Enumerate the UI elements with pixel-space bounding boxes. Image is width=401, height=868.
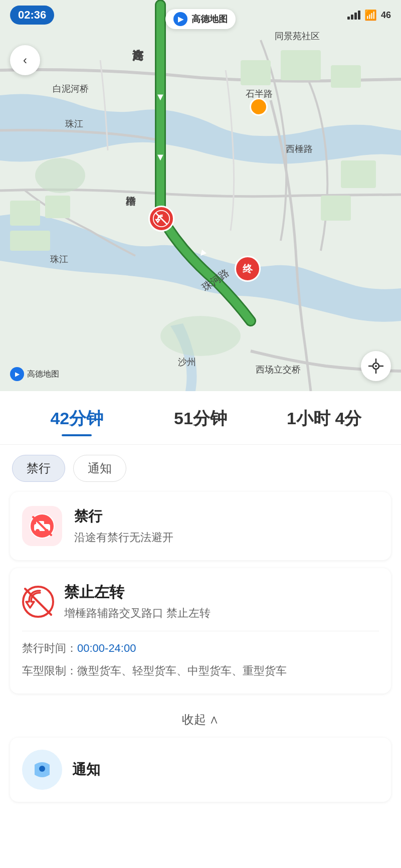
filter-tab-prohibition[interactable]: 禁行 bbox=[12, 455, 65, 482]
amap-watermark-text: 高德地图 bbox=[27, 369, 59, 380]
route-tabs: 42分钟 51分钟 1小时 4分 bbox=[0, 391, 401, 445]
svg-point-17 bbox=[375, 365, 377, 367]
map-label-xichang: 西场立交桥 bbox=[256, 364, 301, 376]
detail-time-row: 禁行时间：00:00-24:00 bbox=[22, 639, 379, 657]
svg-point-13 bbox=[160, 316, 241, 356]
svg-rect-4 bbox=[10, 201, 40, 226]
svg-rect-6 bbox=[10, 231, 50, 251]
map-logo: ▶ 高德地图 bbox=[165, 9, 236, 29]
svg-rect-7 bbox=[241, 60, 271, 85]
map-area[interactable]: ▼ ▼ ▼ 02:36 📶 bbox=[0, 0, 401, 391]
svg-rect-8 bbox=[281, 50, 321, 80]
notification-peek-card[interactable]: 通知 bbox=[10, 738, 391, 802]
svg-text:▼: ▼ bbox=[155, 151, 165, 162]
notification-icon bbox=[22, 750, 62, 790]
location-button[interactable] bbox=[361, 351, 391, 381]
detail-header: 禁止左转 增棰路辅路交叉路口 禁止左转 bbox=[22, 582, 379, 621]
map-label-river-bridge: 白泥河桥 bbox=[53, 83, 89, 95]
detail-vehicle-row: 车型限制：微型货车、轻型货车、中型货车、重型货车 bbox=[22, 662, 379, 679]
route-tab-3[interactable]: 1小时 4分 bbox=[262, 403, 386, 434]
svg-text:▼: ▼ bbox=[155, 91, 165, 102]
signal-icon bbox=[347, 11, 360, 20]
restriction-title: 禁行 bbox=[74, 507, 379, 526]
svg-rect-11 bbox=[321, 196, 351, 221]
filter-tab-notice[interactable]: 通知 bbox=[73, 455, 126, 482]
detail-title: 禁止左转 bbox=[64, 582, 211, 603]
detail-location: 增棰路辅路交叉路口 禁止左转 bbox=[64, 606, 211, 621]
spacer bbox=[0, 810, 401, 868]
svg-point-12 bbox=[35, 158, 85, 193]
route-tab-2[interactable]: 51分钟 bbox=[139, 403, 263, 434]
status-time: 02:36 bbox=[10, 6, 54, 25]
svg-rect-9 bbox=[331, 65, 361, 88]
map-label-xi: 西棰路 bbox=[286, 143, 313, 155]
no-left-turn-icon bbox=[22, 586, 54, 618]
detail-divider bbox=[22, 631, 379, 631]
map-logo-text: 高德地图 bbox=[191, 13, 228, 25]
time-label: 禁行时间： bbox=[22, 642, 77, 654]
map-label-shazhou: 沙州 bbox=[178, 356, 196, 368]
map-label-pearl-river-2: 珠江 bbox=[50, 253, 68, 265]
status-right: 📶 46 bbox=[347, 9, 391, 21]
amap-watermark-icon: ▶ bbox=[10, 367, 24, 381]
restriction-text: 禁行 沿途有禁行无法避开 bbox=[74, 507, 379, 545]
time-value: 00:00-24:00 bbox=[77, 642, 136, 654]
traffic-marker bbox=[250, 98, 268, 116]
restriction-icon bbox=[22, 506, 62, 546]
notification-label: 通知 bbox=[72, 760, 100, 779]
back-button[interactable]: ‹ bbox=[10, 45, 40, 75]
svg-rect-10 bbox=[341, 160, 376, 188]
collapse-button[interactable]: 收起 ∧ bbox=[0, 702, 401, 738]
map-label-pearl-river-1: 珠江 bbox=[65, 118, 83, 130]
detail-text-block: 禁止左转 增棰路辅路交叉路口 禁止左转 bbox=[64, 582, 211, 621]
map-logo-icon: ▶ bbox=[173, 12, 187, 26]
battery-level: 46 bbox=[381, 10, 391, 21]
no-left-turn-card: 禁止左转 增棰路辅路交叉路口 禁止左转 禁行时间：00:00-24:00 车型限… bbox=[10, 568, 391, 693]
svg-rect-5 bbox=[45, 196, 70, 218]
bottom-panel: 42分钟 51分钟 1小时 4分 禁行 通知 bbox=[0, 391, 401, 868]
svg-point-24 bbox=[36, 529, 40, 533]
amap-watermark: ▶ 高德地图 bbox=[10, 367, 59, 381]
map-label-tongjing: 同景苑社区 bbox=[275, 30, 320, 42]
destination-label: 终 bbox=[243, 262, 253, 276]
restriction-banner-card: 禁行 沿途有禁行无法避开 bbox=[10, 492, 391, 560]
destination-marker: 终 bbox=[235, 256, 261, 282]
filter-tabs: 禁行 通知 bbox=[0, 445, 401, 492]
route-tab-1[interactable]: 42分钟 bbox=[15, 403, 139, 434]
restriction-subtitle: 沿途有禁行无法避开 bbox=[74, 530, 379, 545]
svg-point-31 bbox=[39, 766, 45, 772]
turn-restriction-marker bbox=[148, 206, 174, 232]
wifi-icon: 📶 bbox=[364, 9, 377, 21]
